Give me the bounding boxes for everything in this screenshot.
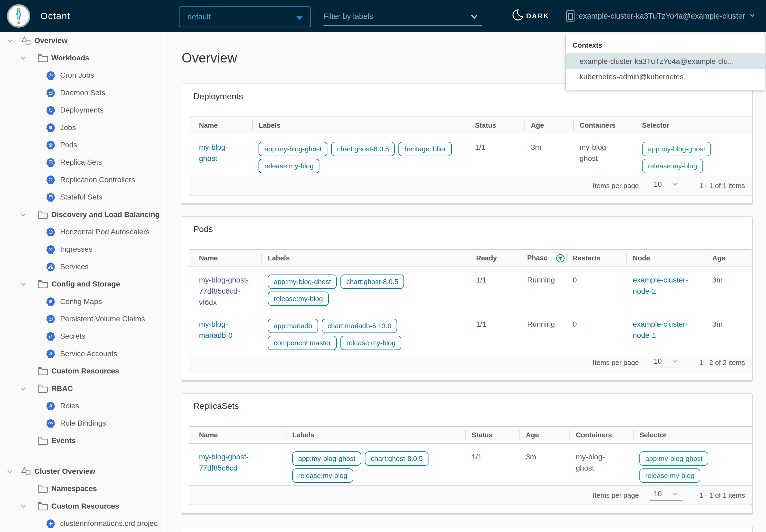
- context-option[interactable]: kubernetes-admin@kubernetes: [566, 69, 765, 85]
- sidebar-item-horizontal-pod-autoscalers[interactable]: Horizontal Pod Autoscalers: [0, 223, 168, 240]
- label-chip[interactable]: app:my-blog-ghost: [268, 275, 337, 289]
- page-size-select[interactable]: 10: [650, 180, 682, 191]
- namespace-select[interactable]: default: [179, 6, 311, 27]
- sidebar-item-roles[interactable]: Roles: [0, 397, 168, 414]
- chevron-down-icon[interactable]: [5, 37, 14, 45]
- resource-link[interactable]: my-blog-ghost-77df85c6cd-vf6dx: [199, 276, 249, 306]
- sidebar-item-custom-resources[interactable]: Custom Resources: [0, 497, 168, 515]
- column-header-name[interactable]: Name: [189, 117, 252, 134]
- filter-icon[interactable]: [556, 254, 565, 263]
- user-resource-icon: [46, 349, 55, 358]
- resource-link[interactable]: example-cluster-node-2: [633, 276, 688, 295]
- dark-mode-toggle[interactable]: DARK: [513, 0, 549, 32]
- sidebar-item-label: Ingresses: [60, 245, 92, 253]
- sidebar-item-custom-resources[interactable]: Custom Resources: [0, 362, 168, 380]
- column-header-selector[interactable]: Selector: [636, 117, 752, 134]
- chevron-down-icon[interactable]: [19, 211, 28, 219]
- label-chip[interactable]: release:my-blog: [639, 468, 700, 483]
- sidebar-item-label: Config Maps: [60, 297, 102, 306]
- sidebar-item-persistent-volume-claims[interactable]: Persistent Volume Claims: [0, 310, 168, 327]
- pagination-range: 1 - 2 of 2 items: [696, 359, 745, 367]
- column-header-ready[interactable]: Ready: [470, 250, 521, 267]
- column-header-containers[interactable]: Containers: [569, 427, 633, 444]
- label-chip[interactable]: release:my-blog: [642, 159, 703, 173]
- sidebar-item-label: clusterinformations.crd.projec: [60, 519, 157, 528]
- sidebar-item-label: Cluster Overview: [34, 467, 95, 476]
- sidebar-item-overview[interactable]: Overview: [0, 32, 168, 49]
- column-header-age[interactable]: Age: [524, 117, 573, 134]
- sidebar-item-replica-sets[interactable]: Replica Sets: [0, 154, 168, 171]
- column-header-age[interactable]: Age: [519, 427, 569, 444]
- sidebar-item-stateful-sets[interactable]: Stateful Sets: [0, 189, 168, 206]
- label-filter-chevron-icon[interactable]: [469, 12, 479, 23]
- label-chip[interactable]: app:my-blog-ghost: [642, 142, 711, 156]
- sidebar-item-deployments[interactable]: Deployments: [0, 102, 168, 119]
- sidebar-item-daemon-sets[interactable]: Daemon Sets: [0, 84, 168, 101]
- column-header-name[interactable]: Name: [189, 427, 286, 444]
- column-header-name[interactable]: Name: [189, 250, 261, 267]
- chevron-down-icon[interactable]: [19, 54, 28, 62]
- app-header: Octant default Filter by labels DARK exa…: [0, 0, 766, 32]
- chevron-down-icon[interactable]: [19, 280, 28, 288]
- chevron-down-icon[interactable]: [5, 467, 14, 475]
- sidebar-item-config-maps[interactable]: Config Maps: [0, 293, 168, 310]
- sidebar-item-clusterinformations-crd-projec[interactable]: clusterinformations.crd.projec: [0, 515, 168, 532]
- sidebar-item-config-and-storage[interactable]: Config and Storage: [0, 275, 168, 293]
- label-chip[interactable]: app:my-blog-ghost: [639, 451, 708, 466]
- label-chip[interactable]: chart:mariadb-6.13.0: [322, 319, 397, 333]
- page-size-select[interactable]: 10: [650, 357, 682, 368]
- cell-value: 0: [573, 276, 577, 284]
- sidebar-item-events[interactable]: Events: [0, 432, 168, 449]
- label-chip[interactable]: release:my-blog: [259, 159, 319, 173]
- page-size-select[interactable]: 10: [650, 490, 682, 501]
- label-chip[interactable]: chart:ghost-8.0.5: [331, 142, 395, 156]
- sidebar-item-jobs[interactable]: Jobs: [0, 119, 168, 136]
- resource-link[interactable]: example-cluster-node-1: [633, 320, 688, 339]
- label-chip[interactable]: release:my-blog: [268, 292, 329, 306]
- label-chip[interactable]: app:my-blog-ghost: [292, 451, 361, 466]
- column-header-labels[interactable]: Labels: [286, 427, 465, 444]
- sidebar-item-workloads[interactable]: Workloads: [0, 49, 168, 67]
- sidebar-item-services[interactable]: Services: [0, 258, 168, 275]
- sidebar-item-secrets[interactable]: Secrets: [0, 328, 168, 345]
- label-chip[interactable]: chart:ghost-8.0.5: [365, 451, 428, 466]
- column-header-phase[interactable]: Phase: [521, 250, 566, 267]
- column-header-age[interactable]: Age: [706, 250, 752, 267]
- sidebar-item-discovery-and-load-balancing[interactable]: Discovery and Load Balancing: [0, 206, 168, 223]
- octant-logo-icon[interactable]: [7, 4, 30, 28]
- column-header-status[interactable]: Status: [469, 117, 524, 134]
- label-filter-input[interactable]: Filter by labels: [323, 7, 482, 26]
- resource-link[interactable]: my-blog-mariadb-0: [199, 320, 232, 339]
- sidebar-item-rbac[interactable]: RBAC: [0, 380, 168, 397]
- label-chip[interactable]: chart:ghost-8.0.5: [340, 275, 404, 289]
- sidebar-item-cron-jobs[interactable]: Cron Jobs: [0, 67, 168, 84]
- resource-link[interactable]: my-blog-ghost: [199, 143, 228, 163]
- column-header-selector[interactable]: Selector: [633, 427, 752, 444]
- context-chooser[interactable]: example-cluster-ka3TuTzYo4a@example-clus…: [566, 0, 756, 32]
- sidebar-item-cluster-overview[interactable]: Cluster Overview: [0, 463, 168, 480]
- label-chip[interactable]: heritage:Tiller: [398, 142, 452, 156]
- resource-link[interactable]: my-blog-ghost-77df85c6cd: [199, 453, 249, 472]
- label-chip[interactable]: release:my-blog: [292, 468, 353, 483]
- sidebar-item-service-accounts[interactable]: Service Accounts: [0, 345, 168, 362]
- chevron-down-icon[interactable]: [19, 502, 28, 510]
- label-chip[interactable]: component:master: [268, 336, 337, 350]
- label-chip[interactable]: release:my-blog: [340, 336, 401, 350]
- column-header-labels[interactable]: Labels: [252, 117, 469, 134]
- label-chip[interactable]: app:my-blog-ghost: [259, 142, 327, 156]
- sidebar-item-replication-controllers[interactable]: Replication Controllers: [0, 171, 168, 188]
- sidebar-item-namespaces[interactable]: Namespaces: [0, 480, 168, 497]
- gauge-resource-icon: [46, 227, 55, 236]
- sidebar-item-ingresses[interactable]: Ingresses: [0, 241, 168, 258]
- label-chip[interactable]: app:mariadb: [268, 319, 318, 333]
- context-caret-icon: [748, 11, 756, 20]
- column-header-labels[interactable]: Labels: [261, 250, 470, 267]
- sidebar-item-pods[interactable]: Pods: [0, 136, 168, 153]
- chevron-down-icon[interactable]: [19, 385, 28, 393]
- context-option[interactable]: example-cluster-ka3TuTzYo4a@example-clu.…: [566, 54, 765, 69]
- column-header-restarts[interactable]: Restarts: [566, 250, 626, 267]
- sidebar-item-role-bindings[interactable]: Role Bindings: [0, 415, 168, 432]
- column-header-status[interactable]: Status: [465, 427, 519, 444]
- column-header-containers[interactable]: Containers: [573, 117, 636, 134]
- column-header-node[interactable]: Node: [626, 250, 706, 267]
